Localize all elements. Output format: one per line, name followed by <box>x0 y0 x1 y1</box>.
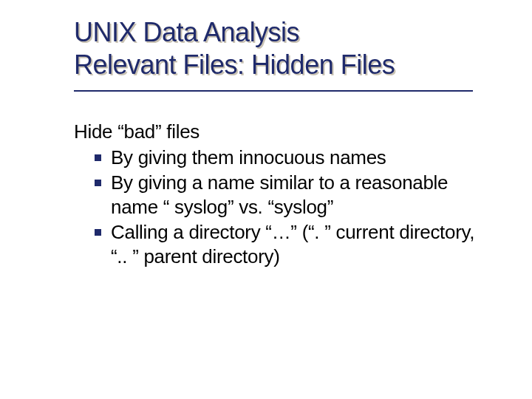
title-line2: Relevant Files: Hidden Files <box>74 50 395 80</box>
intro-text: Hide “bad” files <box>74 120 488 144</box>
square-bullet-icon <box>95 154 101 161</box>
title-line1: UNIX Data Analysis <box>74 17 299 47</box>
bullet-text: By giving them innocuous names <box>111 146 386 168</box>
list-item: By giving a name similar to a reasonable… <box>95 171 488 219</box>
title-underline <box>74 90 473 92</box>
slide-body: Hide “bad” files By giving them innocuou… <box>74 120 488 270</box>
bullet-text: Calling a directory “…” (“. ” current di… <box>111 221 474 267</box>
list-item: Calling a directory “…” (“. ” current di… <box>95 220 488 268</box>
slide-title: UNIX Data Analysis Relevant Files: Hidde… <box>74 16 488 81</box>
square-bullet-icon <box>95 180 101 186</box>
square-bullet-icon <box>95 229 101 236</box>
title-front: UNIX Data Analysis Relevant Files: Hidde… <box>74 16 488 81</box>
list-item: By giving them innocuous names <box>95 146 488 170</box>
bullet-text: By giving a name similar to a reasonable… <box>111 171 448 218</box>
slide: UNIX Data Analysis Relevant Files: Hidde… <box>0 0 532 399</box>
bullet-list: By giving them innocuous names By giving… <box>74 146 488 269</box>
